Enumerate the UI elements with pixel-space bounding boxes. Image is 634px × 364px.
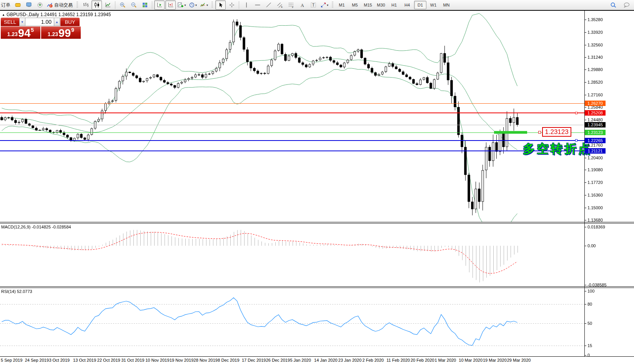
tick-mark <box>584 323 586 324</box>
indicators-dropdown-caret[interactable]: ▾ <box>206 3 208 7</box>
data-window-button[interactable] <box>24 0 34 10</box>
toolbar-grip[interactable] <box>77 2 78 8</box>
price-callout-label[interactable]: 1.23123 <box>542 127 571 137</box>
date-label: 10 Nov 2019 <box>145 358 169 362</box>
price-tick-label: 1.16360 <box>587 193 603 197</box>
macd-label: MACD(12,26,9) -0.014825 -0.028584 <box>1 225 71 229</box>
timeframe-w1-button[interactable]: W1 <box>427 1 439 9</box>
text-button[interactable]: A <box>297 0 307 10</box>
trendline-button[interactable] <box>263 0 274 10</box>
tick-mark <box>584 227 586 227</box>
price-tick-label: 1.35280 <box>587 17 603 22</box>
price-tick-label: 1.32560 <box>587 43 603 47</box>
macd-tick-label: -0.038585 <box>587 283 607 287</box>
timeframe-m30-button[interactable]: M30 <box>375 1 387 9</box>
signals-button[interactable] <box>35 0 45 10</box>
panel-separator[interactable] <box>0 223 634 223</box>
tick-mark <box>584 195 586 195</box>
bars-chart-icon <box>83 2 89 8</box>
indicators-button[interactable]: ▾ <box>199 0 209 10</box>
date-label: 5 Jan 2020 <box>290 358 311 362</box>
sell-button[interactable]: SELL <box>1 18 19 26</box>
price-marker-1.22265: 1.22265 <box>585 138 606 143</box>
search-button[interactable] <box>608 0 619 10</box>
price-tick-label: 1.24480 <box>587 117 603 122</box>
data-window-icon <box>26 2 32 8</box>
sell-price[interactable]: 1.23 94 5 <box>1 26 40 39</box>
rsi-panel-canvas[interactable] <box>0 288 584 356</box>
volume-increase-button[interactable]: ▲ <box>54 18 60 26</box>
zoom-out-icon <box>131 2 137 8</box>
panel-separator[interactable] <box>0 286 634 287</box>
vertical-line-button[interactable] <box>241 0 251 10</box>
equidistant-channel-button[interactable]: E <box>275 0 285 10</box>
date-label: 11 Feb 2020 <box>386 358 410 362</box>
timeframe-m5-button[interactable]: M5 <box>349 1 361 9</box>
date-axis: 5 Sep 201924 Sep 20193 Oct 201913 Oct 20… <box>0 357 634 364</box>
timeframe-m15-button[interactable]: M15 <box>362 1 374 9</box>
chat-icon <box>623 2 630 8</box>
toolbar-grip[interactable] <box>211 2 213 8</box>
date-label: 24 Sep 2019 <box>25 358 49 362</box>
panel-separator[interactable] <box>0 222 634 222</box>
periods-dropdown-caret[interactable]: ▾ <box>195 3 197 7</box>
bars-chart-button[interactable] <box>80 0 91 10</box>
price-tick-label: 1.19080 <box>587 167 603 172</box>
date-label: 26 Dec 2019 <box>266 358 290 362</box>
timeframe-d1-button[interactable]: D1 <box>414 1 426 9</box>
cursor-button[interactable] <box>215 0 226 10</box>
toolbar-separator <box>115 1 115 9</box>
auto-scroll-button[interactable] <box>154 0 165 10</box>
callout-anchor-handle[interactable] <box>538 131 541 134</box>
volume-input[interactable] <box>25 18 54 26</box>
date-label: 14 Jan 2020 <box>314 358 338 362</box>
tick-mark <box>584 45 586 45</box>
line-chart-button[interactable] <box>103 0 113 10</box>
fibonacci-button[interactable]: F <box>286 0 296 10</box>
crosshair-button[interactable] <box>226 0 237 10</box>
chart-shift-icon <box>168 2 174 8</box>
timeframe-h1-button[interactable]: H1 <box>388 1 400 9</box>
new-chart-button[interactable]: ▾ <box>176 0 187 10</box>
toolbar-separator <box>152 1 152 9</box>
volume-decrease-button[interactable]: ▼ <box>19 18 25 26</box>
text-label-button[interactable]: T <box>308 0 318 10</box>
new-order-button[interactable]: 新订单 <box>0 0 12 10</box>
horizontal-line-button[interactable] <box>252 0 263 10</box>
chat-button[interactable] <box>621 0 632 10</box>
market-watch-button[interactable] <box>13 0 23 10</box>
tile-windows-button[interactable] <box>140 0 150 10</box>
rsi-tick-label: 100 <box>587 289 594 293</box>
indicators-icon <box>200 2 206 8</box>
candles-chart-button[interactable] <box>92 0 102 10</box>
shapes-dropdown-caret[interactable]: ▾ <box>327 3 328 7</box>
main-chart-canvas[interactable] <box>0 11 584 222</box>
new-chart-dropdown-caret[interactable]: ▾ <box>184 3 186 7</box>
periods-button[interactable]: ▾ <box>188 0 198 10</box>
chart-shift-button[interactable] <box>165 0 176 10</box>
sell-price-small: 1.23 <box>7 31 18 37</box>
timeframe-m1-button[interactable]: M1 <box>336 1 348 9</box>
bull-bear-turning-point-text[interactable]: 多空转折点 <box>523 141 592 157</box>
timeframe-mn-button[interactable]: MN <box>440 1 453 9</box>
panel-separator[interactable] <box>0 288 634 288</box>
equidistant-channel-icon: E <box>277 2 283 8</box>
tick-mark <box>584 69 586 70</box>
crosshair-icon <box>229 2 235 8</box>
date-label: 22 Oct 2019 <box>97 358 120 362</box>
one-click-trading-panel: SELL ▼ ▲ BUY 1.23 94 5 1.23 99 9 <box>1 18 81 39</box>
zoom-in-button[interactable] <box>117 0 128 10</box>
auto-trading-button[interactable]: 自动交易 <box>46 0 74 10</box>
macd-panel-canvas[interactable] <box>0 223 584 286</box>
toolbar-grip[interactable] <box>332 2 333 8</box>
timeframe-h4-button[interactable]: H4 <box>401 1 413 9</box>
vertical-line-icon <box>243 2 250 8</box>
buy-button[interactable]: BUY <box>60 18 80 26</box>
date-label: 3 Oct 2019 <box>49 358 70 362</box>
shapes-button[interactable]: ▾ <box>319 0 329 10</box>
price-marker-1.23945: 1.23945 <box>585 122 606 127</box>
price-tick-label: 1.17720 <box>587 180 603 185</box>
zoom-out-button[interactable] <box>128 0 139 10</box>
buy-price[interactable]: 1.23 99 9 <box>41 26 81 39</box>
shapes-icon <box>320 2 326 8</box>
